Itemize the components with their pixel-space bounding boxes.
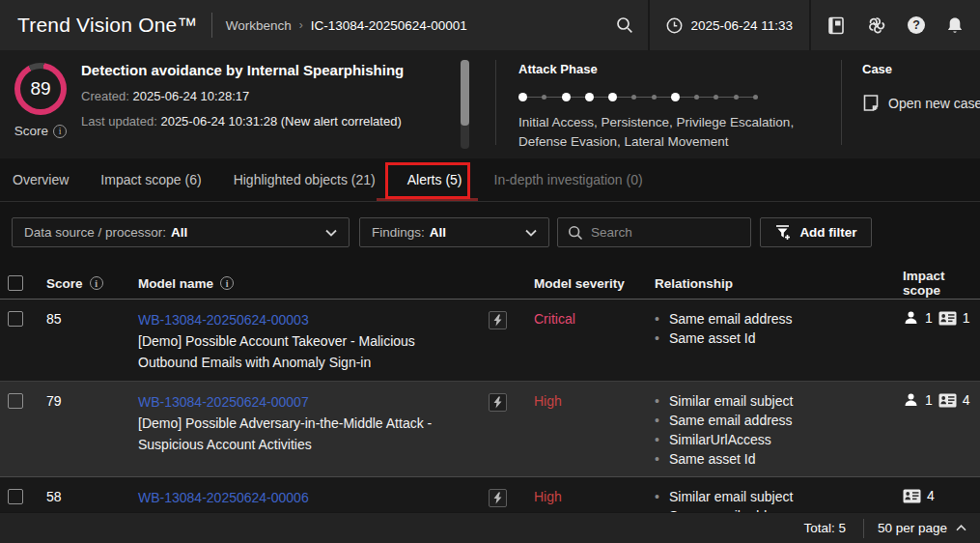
impact-scope-cell: 4 xyxy=(903,487,980,503)
row-checkbox[interactable] xyxy=(8,311,23,327)
model-name-info-icon[interactable] xyxy=(220,276,234,290)
workbench-alert-detail-screen: Trend Vision One™ Workbench › IC-13084-2… xyxy=(0,0,980,543)
phase-dot-inactive xyxy=(694,95,699,100)
attack-phase-list: Initial Access, Persistence, Privilege E… xyxy=(518,113,829,152)
attack-phase-dots xyxy=(518,92,758,101)
table-body: 85 WB-13084-20250624-00003 [Demo] Possib… xyxy=(0,300,980,512)
relationship-item: Similar email subject xyxy=(655,391,903,411)
summary-divider xyxy=(495,60,496,145)
impact-scope-cell: 11 xyxy=(903,309,980,326)
user-icon xyxy=(903,310,919,326)
relationship-item: Similar email subject xyxy=(655,487,903,506)
alert-id-link[interactable]: WB-13084-20250624-00006 xyxy=(138,487,309,508)
product-logo[interactable]: Trend Vision One™ xyxy=(17,14,198,37)
table-row: 58 WB-13084-20250624-00006 [Demo] Possib… xyxy=(0,477,980,512)
phase-dot-inactive xyxy=(652,95,657,100)
score-value: 89 xyxy=(20,69,61,109)
page-size-selector[interactable]: 50 per page xyxy=(878,521,966,535)
breadcrumb-current: IC-13084-20250624-00001 xyxy=(311,18,467,33)
row-checkbox[interactable] xyxy=(8,393,23,409)
user-icon xyxy=(903,392,919,408)
filter-bar: Data source / processor: All Findings: A… xyxy=(0,217,980,248)
breadcrumb: Workbench › IC-13084-20250624-00001 xyxy=(226,18,467,33)
tab-impact-scope[interactable]: Impact scope (6) xyxy=(100,172,201,187)
column-header-relationship: Relationship xyxy=(655,276,903,291)
add-filter-button[interactable]: Add filter xyxy=(760,217,872,247)
phase-dot-inactive xyxy=(734,95,739,100)
relationship-list: Similar email subjectSame email address xyxy=(655,487,903,512)
topbar-divider xyxy=(211,13,212,38)
row-checkbox[interactable] xyxy=(8,489,23,504)
clipboard-plus-icon xyxy=(862,94,880,112)
user-icon-count: 1 xyxy=(925,310,933,326)
summary-scrollbar-thumb[interactable] xyxy=(461,60,469,126)
phase-dot-inactive xyxy=(714,95,718,100)
search-icon xyxy=(568,225,583,241)
phase-dot-inactive xyxy=(753,95,758,100)
breadcrumb-separator: › xyxy=(299,18,303,32)
column-header-score: Score xyxy=(46,276,138,291)
attack-phase-title: Attack Phase xyxy=(518,62,832,76)
phase-dot-active xyxy=(518,93,527,101)
incident-created: Created: 2025-06-24 10:28:17 xyxy=(81,89,453,103)
detection-model-icon[interactable] xyxy=(489,489,507,507)
phase-dot-active xyxy=(608,93,617,101)
incident-header: Detection avoidance by Internal Spearphi… xyxy=(81,62,453,129)
chevron-up-icon xyxy=(956,525,966,531)
findings-dropdown[interactable]: Findings: All xyxy=(359,217,549,247)
account-card-icon xyxy=(903,489,921,503)
score-column-info-icon[interactable] xyxy=(90,276,103,290)
tab-overview[interactable]: Overview xyxy=(13,172,69,187)
case-panel: Case Open new case xyxy=(862,62,980,112)
data-source-dropdown[interactable]: Data source / processor: All xyxy=(12,217,350,247)
alert-id-link[interactable]: WB-13084-20250624-00003 xyxy=(138,309,309,330)
search-input[interactable] xyxy=(591,225,741,240)
search-box xyxy=(557,217,751,247)
tab-in-depth-investigation[interactable]: In-depth investigation (0) xyxy=(494,172,643,187)
console-datetime: 2025-06-24 11:33 xyxy=(690,18,793,33)
model-name-text: [Demo] Possible Adversary-in-the-Middle … xyxy=(138,413,476,455)
tab-highlighted-objects[interactable]: Highlighted objects (21) xyxy=(234,172,376,187)
incident-summary-panel: 89 Score Detection avoidance by Internal… xyxy=(0,50,980,158)
alerts-table: Score Model name Model severity Relation… xyxy=(0,268,980,512)
global-search-button[interactable] xyxy=(602,0,648,50)
total-count: Total: 5 xyxy=(803,521,846,535)
ai-companion-icon[interactable] xyxy=(856,15,897,35)
console-time[interactable]: 2025-06-24 11:33 xyxy=(650,0,809,50)
report-icon[interactable] xyxy=(817,16,856,35)
open-new-case-button[interactable]: Open new case xyxy=(862,94,980,112)
relationship-list: Similar email subjectSame email addressS… xyxy=(655,391,903,469)
breadcrumb-workbench[interactable]: Workbench xyxy=(226,18,292,33)
clock-icon xyxy=(666,17,683,34)
incident-title: Detection avoidance by Internal Spearphi… xyxy=(81,62,453,78)
model-severity-value: Critical xyxy=(534,309,655,329)
score-label: Score xyxy=(12,124,70,138)
detection-model-icon[interactable] xyxy=(489,311,507,329)
account-card-icon-count: 4 xyxy=(963,392,970,408)
incident-updated: Last updated: 2025-06-24 10:31:28 (New a… xyxy=(81,114,453,129)
alert-id-link[interactable]: WB-13084-20250624-00007 xyxy=(138,391,309,413)
table-header-row: Score Model name Model severity Relation… xyxy=(0,268,980,300)
chevron-down-icon xyxy=(525,229,537,237)
score-info-icon[interactable] xyxy=(53,125,67,138)
top-bar: Trend Vision One™ Workbench › IC-13084-2… xyxy=(0,0,980,50)
account-card-icon xyxy=(938,311,957,326)
chevron-down-icon xyxy=(325,229,337,237)
relationship-item: Same asset Id xyxy=(655,449,903,469)
column-header-model-name: Model name xyxy=(138,276,534,291)
table-row: 85 WB-13084-20250624-00003 [Demo] Possib… xyxy=(0,300,980,381)
select-all-checkbox[interactable] xyxy=(8,275,23,291)
search-icon xyxy=(616,16,633,34)
relationship-item: Same email address xyxy=(655,309,903,329)
model-name-text: [Demo] Possible Account Takeover - Malic… xyxy=(138,330,476,373)
tab-bar: Overview Impact scope (6) Highlighted ob… xyxy=(0,158,980,202)
tab-alerts[interactable]: Alerts (5) xyxy=(407,172,462,187)
detection-model-icon[interactable] xyxy=(489,393,507,412)
impact-scope-cell: 14 xyxy=(903,391,980,408)
notifications-bell-icon[interactable] xyxy=(936,16,974,35)
model-severity-value: High xyxy=(534,487,655,506)
user-icon-count: 1 xyxy=(925,392,933,408)
footer-divider xyxy=(863,519,864,538)
phase-dot-active xyxy=(671,93,680,101)
help-icon[interactable]: ? xyxy=(897,16,936,34)
